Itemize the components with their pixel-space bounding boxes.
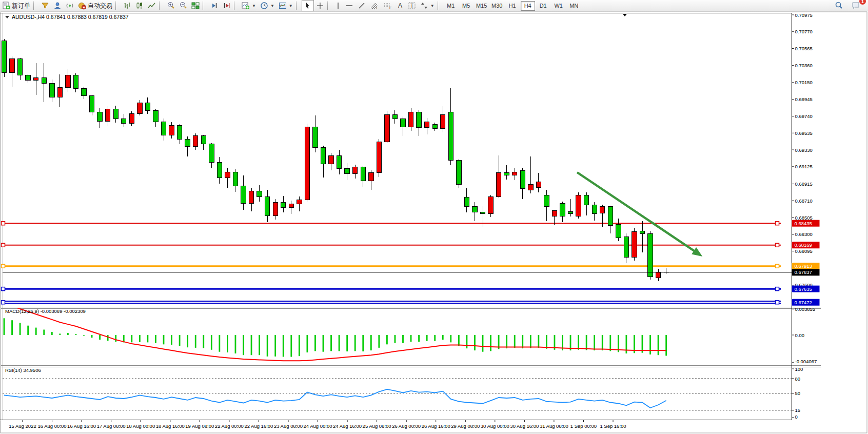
horizontal-line-button[interactable]: [343, 0, 356, 11]
period-button[interactable]: ▼: [258, 0, 277, 11]
candle-chart-button[interactable]: [133, 0, 146, 11]
timeframe-h1[interactable]: H1: [505, 1, 520, 11]
timeframe-d1[interactable]: D1: [536, 1, 550, 11]
signal-button[interactable]: [64, 0, 76, 11]
chart-svg[interactable]: 0.709750.707700.705650.703600.701500.699…: [0, 11, 868, 434]
time-label: 29 Aug 08:00: [451, 423, 480, 429]
price-tick-label: 0.68095: [795, 248, 813, 254]
candle: [305, 127, 309, 200]
candle: [225, 172, 230, 177]
price-tick-label: 0.70975: [795, 12, 813, 18]
timeframe-mn[interactable]: MN: [567, 1, 581, 11]
candle: [377, 142, 381, 173]
candle: [105, 109, 110, 121]
candle: [432, 124, 437, 128]
candle: [169, 125, 174, 135]
candle: [385, 114, 389, 142]
price-tick-label: 0.68300: [795, 231, 813, 237]
line-handle: [2, 243, 5, 247]
notifications-button[interactable]: 1: [850, 0, 863, 11]
timeframe-m5[interactable]: M5: [459, 1, 474, 11]
time-label: 1 Sep 16:00: [600, 423, 626, 429]
candle: [257, 191, 262, 196]
fibonacci-button[interactable]: F: [381, 0, 394, 11]
line-chart-button[interactable]: [146, 0, 158, 11]
candle: [209, 144, 214, 162]
svg-text:T: T: [410, 3, 413, 9]
macd-tick-label: -0.004067: [795, 359, 817, 364]
price-badge-label: 0.68169: [795, 242, 812, 248]
new-order-button[interactable]: 新订单: [0, 0, 32, 11]
funnel-button[interactable]: [39, 0, 51, 11]
price-tick-label: 0.69535: [795, 130, 813, 136]
timeframe-m30[interactable]: M30: [490, 1, 504, 11]
candle: [568, 211, 573, 214]
time-label: 26 Aug 16:00: [422, 423, 450, 429]
candle: [241, 186, 246, 203]
candle: [297, 200, 302, 204]
profile-button[interactable]: [51, 0, 64, 11]
search-button[interactable]: [832, 0, 845, 11]
vertical-line-icon: [335, 2, 341, 10]
price-tick-label: 0.68710: [795, 198, 813, 204]
shift-chart-button[interactable]: [221, 0, 233, 11]
shift-end-icon: [210, 2, 219, 10]
time-label: 30 Aug 16:00: [510, 423, 539, 429]
add-indicator-button[interactable]: ▼: [240, 0, 258, 11]
arrows-tool-icon: [420, 2, 428, 10]
vertical-line-button[interactable]: [333, 0, 343, 11]
toolbar-separator: [33, 2, 37, 10]
zoom-in-button[interactable]: [165, 0, 177, 11]
symbol-ohlc-title: AUDUSD-,H4 0.67841 0.67883 0.67819 0.678…: [12, 14, 129, 20]
chevron-down-icon: ▼: [270, 4, 274, 8]
crosshair-tool-button[interactable]: [314, 0, 326, 11]
price-tick-label: 0.69945: [795, 96, 813, 102]
price-tick-label: 0.70360: [795, 63, 813, 68]
candle: [185, 139, 190, 146]
price-tick-label: 0.70150: [795, 80, 813, 85]
equidistant-channel-button[interactable]: E: [368, 0, 381, 11]
price-badge-0.67913: 0.67913: [792, 263, 820, 269]
time-label: 30 Aug 00:00: [481, 423, 509, 429]
line-handle: [2, 301, 5, 304]
timeframe-m15[interactable]: M15: [475, 1, 489, 11]
time-label: 19 Aug 08:00: [185, 423, 214, 429]
shift-end-button[interactable]: [208, 0, 221, 11]
new-order-icon: [2, 2, 10, 10]
candle: [512, 172, 517, 175]
line-handle: [776, 287, 779, 291]
time-label: 24 Aug 16:00: [333, 423, 362, 429]
tile-windows-button[interactable]: [189, 0, 202, 11]
price-badge-0.67837: 0.67837: [792, 269, 820, 275]
zoom-out-button[interactable]: [177, 0, 189, 11]
trendline-button[interactable]: [356, 0, 368, 11]
candle: [50, 84, 54, 97]
text-label-button[interactable]: T: [406, 0, 418, 11]
bar-chart-button[interactable]: [121, 0, 133, 11]
price-tick-label: 0.70770: [795, 29, 813, 34]
rsi-tick-label: 0: [795, 414, 798, 420]
candle: [345, 169, 349, 174]
timeframe-w1[interactable]: W1: [551, 1, 566, 11]
price-tick-label: 0.68915: [795, 181, 813, 187]
auto-trading-button[interactable]: 自动交易: [76, 0, 114, 11]
line-handle: [2, 264, 5, 268]
price-badge-label: 0.67635: [795, 286, 812, 292]
price-tick-label: 0.69125: [795, 164, 813, 169]
chart-title: AUDUSD-,H4 0.67841 0.67883 0.67819 0.678…: [5, 14, 129, 20]
candle: [552, 210, 557, 216]
horizontal-line-icon: [345, 2, 353, 10]
price-badge-0.67635: 0.67635: [792, 286, 820, 292]
price-badge-label: 0.67913: [795, 263, 812, 269]
candle: [34, 77, 38, 80]
crosshair-icon: [316, 2, 324, 10]
cursor-tool-button[interactable]: [302, 0, 314, 11]
arrows-tool-button[interactable]: ▼: [418, 0, 437, 11]
text-button[interactable]: A: [394, 0, 406, 11]
template-button[interactable]: ▼: [277, 0, 295, 11]
candle: [26, 75, 30, 81]
candle: [57, 88, 62, 97]
timeframe-m1[interactable]: M1: [444, 1, 458, 11]
bar-chart-icon: [123, 2, 131, 10]
timeframe-h4[interactable]: H4: [521, 1, 535, 11]
